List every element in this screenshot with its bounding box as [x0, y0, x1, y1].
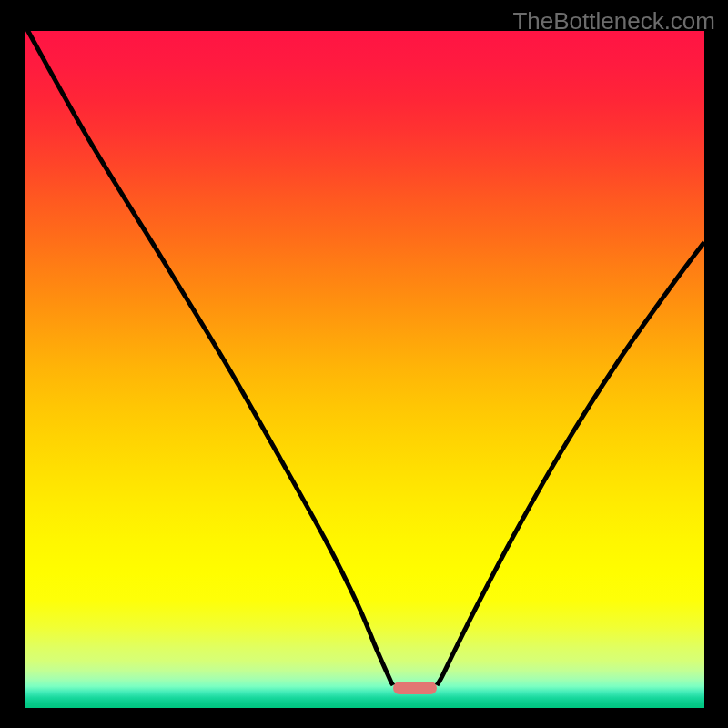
chart-svg	[25, 31, 704, 708]
marker-capsule	[393, 682, 437, 694]
gradient-background	[25, 31, 704, 708]
watermark-text: TheBottleneck.com	[512, 7, 715, 35]
bottleneck-marker	[393, 682, 437, 694]
chart-image-root: TheBottleneck.com	[0, 0, 728, 728]
plot-area	[25, 31, 704, 708]
